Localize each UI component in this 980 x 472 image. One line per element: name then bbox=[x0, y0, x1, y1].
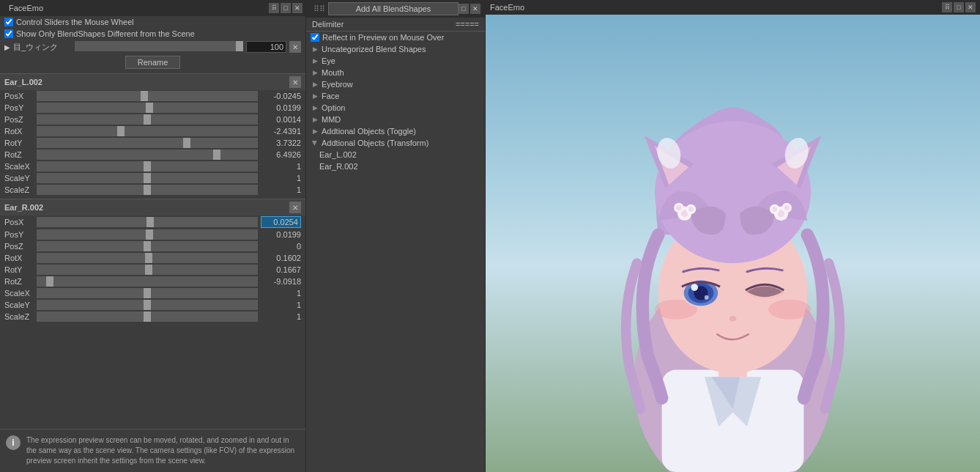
ear-l-posz-value: 0.0014 bbox=[261, 115, 301, 124]
preview-area[interactable] bbox=[486, 15, 980, 472]
tree-label-face: Face bbox=[322, 92, 339, 100]
ear-l-posz-slider[interactable] bbox=[37, 114, 258, 125]
ear-l-scalez-value: 1 bbox=[261, 185, 301, 194]
tree-option[interactable]: ▶ Option bbox=[306, 102, 485, 114]
tree-mmd[interactable]: ▶ MMD bbox=[306, 114, 485, 125]
tree-label-mouth: Mouth bbox=[322, 68, 344, 77]
ear-r-scalez-slider[interactable] bbox=[37, 311, 258, 322]
tree-eye[interactable]: ▶ Eye bbox=[306, 55, 485, 67]
ear-l-posx-slider[interactable] bbox=[37, 91, 258, 101]
left-win-close[interactable]: ✕ bbox=[292, 3, 302, 13]
ear-r-scalez-label: ScaleZ bbox=[4, 312, 34, 321]
ear-r-remove-btn[interactable]: ✕ bbox=[289, 202, 301, 213]
tree-addtional-toggle[interactable]: ▶ Addtional Objects (Toggle) bbox=[306, 125, 485, 137]
left-scroll-area[interactable]: ▶ 目_ウィンク ✕ Rename Ear_L.002 ✕ PosX bbox=[0, 40, 305, 429]
ear-r-posz-slider[interactable] bbox=[37, 241, 258, 251]
ear-l-properties: PosX -0.0245 PosY 0.0199 PosZ 0.0014 Rot… bbox=[0, 90, 305, 196]
ear-l-rotz-value: 6.4926 bbox=[261, 150, 301, 159]
right-win-close[interactable]: ✕ bbox=[965, 2, 976, 12]
ear-l-scalez-slider[interactable] bbox=[37, 185, 258, 195]
delimiter-value: ===== bbox=[456, 20, 479, 29]
right-win-max[interactable]: □ bbox=[954, 2, 964, 12]
tree-face[interactable]: ▶ Face bbox=[306, 90, 485, 102]
delimiter-label: Delimiter bbox=[312, 20, 344, 29]
tree-scroll[interactable]: ▶ Uncategorized Blend Shapes ▶ Eye ▶ Mou… bbox=[306, 43, 485, 472]
ear-r-rotx-slider[interactable] bbox=[37, 253, 258, 263]
ear-l-rotx-row: RotX -2.4391 bbox=[0, 125, 305, 137]
ear-l-remove-btn[interactable]: ✕ bbox=[289, 76, 301, 88]
middle-win-close[interactable]: ✕ bbox=[470, 4, 480, 14]
drag-handle: ⠿⠿ bbox=[311, 4, 328, 14]
ear-r-scaley-label: ScaleY bbox=[4, 300, 34, 309]
tree-arrow-uncategorized: ▶ bbox=[311, 45, 319, 54]
ear-r-rotz-value: -9.0918 bbox=[261, 277, 301, 286]
wink-reset-btn[interactable]: ✕ bbox=[289, 41, 301, 53]
left-win-max[interactable]: □ bbox=[281, 3, 291, 13]
info-icon: i bbox=[6, 435, 21, 450]
reflect-preview-label: Reflect in Preview on Mouse Over bbox=[322, 33, 444, 42]
ear-r-posx-slider[interactable] bbox=[37, 217, 258, 227]
ear-r-rotx-value: 0.1602 bbox=[261, 254, 301, 262]
tree-label-addtional-transform: Addtional Objects (Transform) bbox=[322, 139, 428, 147]
ear-l-roty-row: RotY 3.7322 bbox=[0, 137, 305, 149]
svg-point-32 bbox=[676, 205, 681, 210]
tree-mouth[interactable]: ▶ Mouth bbox=[306, 67, 485, 78]
right-panel-title: FaceEmo bbox=[490, 3, 524, 12]
ear-l-posy-slider[interactable] bbox=[37, 103, 258, 113]
tree-addtional-transform[interactable]: ▶ Addtional Objects (Transform) bbox=[306, 137, 485, 149]
show-diff-label: Show Only BlendShapes Different from the… bbox=[16, 29, 195, 38]
ear-r-roty-row: RotY 0.1667 bbox=[0, 264, 305, 276]
tree-ear-l[interactable]: Ear_L.002 bbox=[306, 149, 485, 161]
ear-r-header: Ear_R.002 ✕ bbox=[0, 199, 305, 215]
ear-l-label: Ear_L.002 bbox=[4, 78, 42, 86]
add-blend-shapes-btn[interactable]: Add All BlendShapes bbox=[328, 2, 459, 15]
tree-arrow-option: ▶ bbox=[311, 103, 319, 112]
reflect-preview-row[interactable]: Reflect in Preview on Mouse Over bbox=[306, 32, 485, 43]
tree-arrow-eye: ▶ bbox=[311, 56, 319, 65]
rename-btn[interactable]: Rename bbox=[125, 56, 181, 69]
character-svg bbox=[486, 15, 980, 472]
ear-r-roty-slider[interactable] bbox=[37, 265, 258, 275]
mouse-wheel-label: Control Sliders the Mouse Wheel bbox=[16, 18, 134, 26]
ear-l-posz-row: PosZ 0.0014 bbox=[0, 114, 305, 125]
wink-value-input[interactable] bbox=[246, 41, 286, 53]
mouse-wheel-checkbox[interactable] bbox=[4, 18, 13, 26]
ear-l-rotx-slider[interactable] bbox=[37, 126, 258, 136]
ear-l-posy-value: 0.0199 bbox=[261, 103, 301, 112]
ear-l-roty-slider[interactable] bbox=[37, 138, 258, 148]
wink-slider-container bbox=[75, 41, 243, 53]
tree-arrow-mouth: ▶ bbox=[311, 68, 319, 77]
ear-r-posy-slider[interactable] bbox=[37, 229, 258, 240]
show-diff-checkbox[interactable] bbox=[4, 29, 13, 38]
ear-l-scaley-slider[interactable] bbox=[37, 173, 258, 183]
info-text: The expression preview screen can be mov… bbox=[26, 435, 300, 466]
ear-r-scalez-row: ScaleZ 1 bbox=[0, 311, 305, 322]
ear-l-scaley-value: 1 bbox=[261, 174, 301, 182]
wink-slider[interactable] bbox=[75, 41, 243, 51]
ear-l-scalex-slider[interactable] bbox=[37, 161, 258, 172]
ear-l-scaley-label: ScaleY bbox=[4, 174, 34, 182]
ear-r-scaley-slider[interactable] bbox=[37, 300, 258, 310]
ear-r-scalex-row: ScaleX 1 bbox=[0, 287, 305, 299]
ear-r-roty-label: RotY bbox=[4, 265, 34, 274]
middle-panel: ⠿⠿ Add All BlendShapes □ ✕ Delimiter ===… bbox=[306, 0, 486, 472]
tree-ear-r[interactable]: Ear_R.002 bbox=[306, 161, 485, 172]
ear-r-scalex-slider[interactable] bbox=[37, 288, 258, 298]
ear-l-roty-value: 3.7322 bbox=[261, 139, 301, 147]
ear-l-scalez-row: ScaleZ 1 bbox=[0, 184, 305, 196]
svg-point-20 bbox=[705, 295, 709, 300]
tree-eyebrow[interactable]: ▶ Eyebrow bbox=[306, 78, 485, 90]
tree-label-eye: Eye bbox=[322, 56, 335, 65]
tree-label-ear-l: Ear_L.002 bbox=[319, 150, 357, 159]
tree-arrow-addtional-toggle: ▶ bbox=[311, 127, 319, 136]
right-win-dot[interactable]: ⠿ bbox=[942, 2, 952, 12]
ear-r-posx-value-input[interactable] bbox=[261, 216, 301, 228]
reflect-preview-checkbox[interactable] bbox=[311, 33, 319, 42]
left-win-dot[interactable]: ⠿ bbox=[269, 3, 279, 13]
ear-l-rotz-slider[interactable] bbox=[37, 150, 258, 160]
ear-r-rotz-slider[interactable] bbox=[37, 276, 258, 287]
tree-uncategorized[interactable]: ▶ Uncategorized Blend Shapes bbox=[306, 43, 485, 55]
middle-win-max[interactable]: □ bbox=[459, 4, 469, 14]
ear-l-posy-label: PosY bbox=[4, 103, 34, 112]
wink-icon: ▶ bbox=[4, 43, 10, 51]
